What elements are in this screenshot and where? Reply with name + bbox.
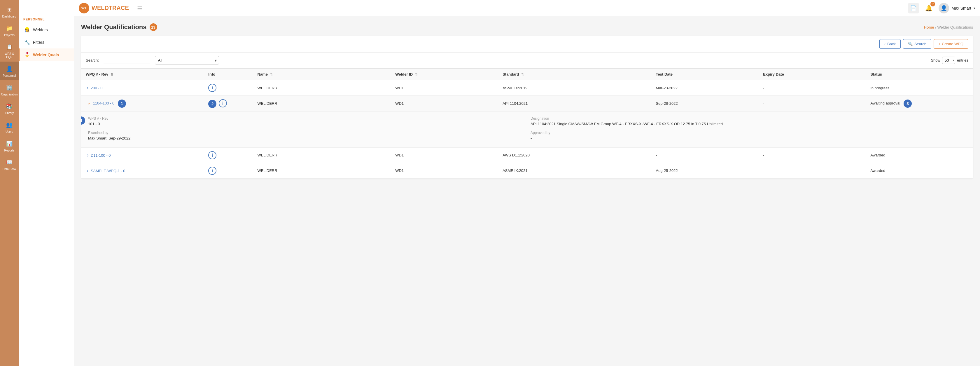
row1-expand-button[interactable]: › bbox=[86, 85, 89, 91]
row3-expand-button[interactable]: › bbox=[86, 153, 89, 158]
filter-select[interactable]: All bbox=[155, 56, 219, 64]
back-label: Back bbox=[887, 42, 896, 46]
sidebar-icon-organization[interactable]: 🏢 Organization bbox=[0, 80, 19, 99]
main-content: WT WELDTRACE ☰ 📄 🔔 18 👤 Max Smart ▾ bbox=[74, 0, 980, 366]
row2-expand-button[interactable]: ⌄ bbox=[86, 100, 92, 105]
row1-welderid-cell: WD1 bbox=[391, 80, 498, 96]
messages-icon: 📄 bbox=[910, 5, 917, 11]
wps-rev-value: 101 - 0 bbox=[88, 122, 523, 126]
row3-info-cell: i bbox=[204, 147, 253, 163]
welders-nav-label: Welders bbox=[33, 27, 48, 32]
search-button[interactable]: 🔍 Search bbox=[903, 39, 931, 49]
row1-wpq-cell: › 200 - 0 bbox=[81, 80, 204, 96]
row3-wpq-link[interactable]: D11-100 - 0 bbox=[91, 153, 111, 158]
main-card: ‹ Back 🔍 Search + Create WPQ Search: All bbox=[81, 35, 973, 179]
sidebar-icon-wps-pqr[interactable]: 📋 WPS & PQR bbox=[0, 40, 19, 62]
table-body: › 200 - 0 i WEL DERR WD1 ASME IX:2019 Ma… bbox=[81, 80, 973, 179]
row1-name-cell: WEL DERR bbox=[253, 80, 391, 96]
expanded-cell: 4 WPS # - Rev 101 - 0 Designation bbox=[81, 112, 973, 147]
expanded-wps-rev: WPS # - Rev 101 - 0 bbox=[88, 117, 523, 126]
entries-select[interactable]: 50 25 10 bbox=[942, 57, 955, 64]
user-avatar: 👤 bbox=[939, 3, 949, 13]
table-header: WPQ # - Rev ⇅ Info Name ⇅ Weld bbox=[81, 69, 973, 80]
row4-info-button[interactable]: i bbox=[208, 167, 216, 175]
circle-badge-2: 2 bbox=[208, 100, 216, 108]
wpq-sort-icon[interactable]: ⇅ bbox=[111, 73, 113, 76]
row3-testdate-cell: - bbox=[651, 147, 759, 163]
entries-label: entries bbox=[957, 58, 968, 62]
sidebar-icon-library[interactable]: 📚 Library bbox=[0, 99, 19, 118]
col-header-standard: Standard ⇅ bbox=[498, 69, 651, 80]
expanded-grid: WPS # - Rev 101 - 0 Designation API 1104… bbox=[88, 117, 966, 141]
col-header-testdate: Test Date bbox=[651, 69, 759, 80]
table-container: WPQ # - Rev ⇅ Info Name ⇅ Weld bbox=[81, 68, 973, 179]
sidebar-icon-users[interactable]: 👥 Users bbox=[0, 118, 19, 136]
sidebar-item-fitters[interactable]: 🔧 Fitters bbox=[19, 36, 74, 48]
hamburger-menu[interactable]: ☰ bbox=[137, 5, 142, 12]
reports-icon: 📊 bbox=[5, 139, 14, 148]
col-header-info: Info bbox=[204, 69, 253, 80]
messages-button[interactable]: 📄 bbox=[908, 3, 919, 13]
row3-info-button[interactable]: i bbox=[208, 151, 216, 159]
row4-standard-cell: ASME IX:2021 bbox=[498, 163, 651, 178]
notification-count: 18 bbox=[931, 2, 935, 6]
row1-standard-cell: ASME IX:2019 bbox=[498, 80, 651, 96]
row1-testdate-cell: Mar-23-2022 bbox=[651, 80, 759, 96]
user-menu-chevron: ▾ bbox=[974, 6, 975, 10]
user-menu[interactable]: 👤 Max Smart ▾ bbox=[939, 3, 975, 13]
row2-info-button[interactable]: i bbox=[219, 99, 227, 107]
search-input[interactable] bbox=[103, 57, 150, 64]
designation-label: Designation bbox=[531, 117, 966, 121]
row4-welderid-cell: WD1 bbox=[391, 163, 498, 178]
entries-select-wrapper: 50 25 10 bbox=[942, 57, 955, 64]
row1-info-cell: i bbox=[204, 80, 253, 96]
dashboard-icon: ⊞ bbox=[5, 5, 14, 14]
page-content: Welder Qualifications 13 Home / Welder Q… bbox=[74, 16, 980, 366]
row4-expand-button[interactable]: › bbox=[86, 168, 89, 173]
col-header-name: Name ⇅ bbox=[253, 69, 391, 80]
row4-name-cell: WEL DERR bbox=[253, 163, 391, 178]
library-label: Library bbox=[5, 112, 14, 115]
create-wpq-button[interactable]: + Create WPQ bbox=[934, 39, 968, 49]
row2-standard-cell: API 1104:2021 bbox=[498, 96, 651, 112]
row4-wpq-link[interactable]: SAMPLE-WPQ-1 - 0 bbox=[91, 169, 125, 173]
col-header-status: Status bbox=[865, 69, 973, 80]
approved-by-value: - bbox=[531, 136, 966, 141]
personnel-icon: 👤 bbox=[5, 64, 14, 73]
search-label: Search: bbox=[86, 58, 99, 62]
row2-wpq-link[interactable]: 1104-100 - 0 bbox=[93, 101, 115, 105]
breadcrumb-home[interactable]: Home bbox=[924, 25, 934, 29]
sidebar-item-welder-quals[interactable]: 🎖️ Welder Quals bbox=[19, 48, 74, 61]
page-title-area: Welder Qualifications 13 bbox=[81, 23, 157, 31]
sidebar-icon-personnel[interactable]: 👤 Personnel bbox=[0, 62, 19, 80]
row1-info-button[interactable]: i bbox=[208, 84, 216, 92]
row3-expiry-cell: - bbox=[758, 147, 865, 163]
sidebar-item-welders[interactable]: 👷 Welders bbox=[19, 23, 74, 36]
sidebar-icon-projects[interactable]: 📁 Projects bbox=[0, 21, 19, 40]
logo-area: WT WELDTRACE bbox=[79, 3, 129, 13]
logo-text: WELDTRACE bbox=[92, 5, 129, 11]
welderid-sort-icon[interactable]: ⇅ bbox=[415, 73, 418, 76]
wps-rev-label: WPS # - Rev bbox=[88, 117, 523, 121]
notifications-button[interactable]: 🔔 18 bbox=[923, 3, 934, 13]
row2-expiry-cell: - bbox=[758, 96, 865, 112]
name-sort-icon[interactable]: ⇅ bbox=[270, 73, 273, 76]
personnel-label: Personnel bbox=[3, 74, 16, 77]
circle-badge-3: 3 bbox=[904, 99, 912, 108]
toolbar: ‹ Back 🔍 Search + Create WPQ bbox=[81, 35, 973, 53]
welder-quals-nav-label: Welder Quals bbox=[33, 53, 59, 57]
sidebar-icon-databook[interactable]: 📖 Data Book bbox=[0, 155, 19, 174]
show-label: Show bbox=[931, 58, 940, 62]
projects-icon: 📁 bbox=[5, 24, 14, 33]
wps-pqr-label: WPS & PQR bbox=[1, 52, 18, 59]
row2-testdate-cell: Sep-28-2022 bbox=[651, 96, 759, 112]
search-icon: 🔍 bbox=[908, 42, 913, 46]
filters-row: Search: All Show 50 25 10 bbox=[81, 53, 973, 68]
back-button[interactable]: ‹ Back bbox=[880, 39, 900, 49]
sidebar-icon-dashboard[interactable]: ⊞ Dashboard bbox=[0, 2, 19, 21]
col-header-expiry: Expiry Date bbox=[758, 69, 865, 80]
standard-sort-icon[interactable]: ⇅ bbox=[521, 73, 524, 76]
sidebar-icon-reports[interactable]: 📊 Reports bbox=[0, 136, 19, 155]
row1-wpq-link[interactable]: 200 - 0 bbox=[91, 86, 102, 90]
row2-status-cell: Awaiting approval 3 bbox=[865, 96, 973, 112]
